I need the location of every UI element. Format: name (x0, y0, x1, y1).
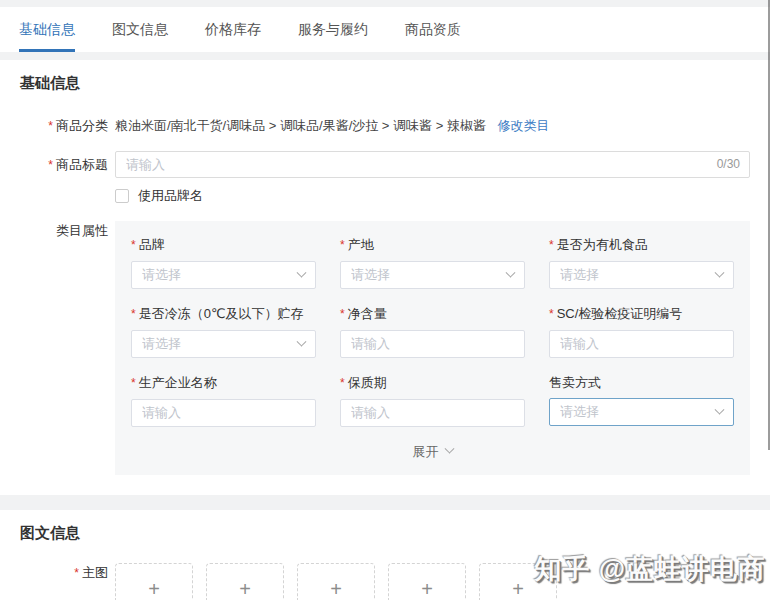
plus-icon: + (512, 579, 524, 599)
chevron-down-icon (506, 267, 516, 277)
product-title-row: *商品标题 0/30 (20, 151, 750, 178)
char-counter: 0/30 (717, 157, 740, 171)
field-net-content: *净含量 请输入 (340, 306, 525, 358)
field-sc-certificate: *SC/检验检疫证明编号 请输入 (549, 306, 734, 358)
shelf-life-input[interactable]: 请输入 (340, 399, 525, 427)
tab-basic-info[interactable]: 基础信息 (19, 7, 75, 52)
required-mark: * (131, 307, 136, 321)
category-attributes-panel: *品牌 请选择 *产地 请选择 *是否为有机食品 (115, 221, 750, 475)
product-title-input[interactable] (115, 151, 750, 178)
upload-aux-image-button[interactable]: + 上传辅助图 (297, 563, 375, 600)
chevron-down-icon (297, 336, 307, 346)
required-mark: * (48, 158, 53, 172)
category-row: *商品分类 粮油米面/南北干货/调味品 > 调味品/果酱/沙拉 > 调味酱 > … (20, 115, 750, 135)
use-brand-name-label[interactable]: 使用品牌名 (138, 187, 203, 205)
field-sale-method: *售卖方式 请选择 (549, 375, 734, 427)
upload-box-group: + *上传主图 + 上传辅助图 + 上传辅助图 + 上传辅助图 + 上传辅助图 (115, 563, 557, 600)
plus-icon: + (148, 579, 160, 599)
upload-aux-image-button[interactable]: + 上传辅助图 (206, 563, 284, 600)
field-shelf-life: *保质期 请输入 (340, 375, 525, 427)
chevron-down-icon (715, 267, 725, 277)
required-mark: * (549, 238, 554, 252)
tab-image-text-info[interactable]: 图文信息 (112, 7, 168, 52)
edit-category-link[interactable]: 修改类目 (498, 118, 550, 133)
field-brand: *品牌 请选择 (131, 237, 316, 289)
media-section-title: 图文信息 (20, 524, 750, 543)
main-image-row: *主图 + *上传主图 + 上传辅助图 + 上传辅助图 + 上传辅助图 + 上传… (20, 563, 750, 600)
frozen-storage-select[interactable]: 请选择 (131, 330, 316, 358)
image-text-card: 图文信息 *主图 + *上传主图 + 上传辅助图 + 上传辅助图 + 上传辅助图 (0, 510, 770, 600)
required-mark: * (549, 307, 554, 321)
required-mark: * (131, 376, 136, 390)
required-mark: * (340, 307, 345, 321)
basic-section-title: 基础信息 (20, 74, 750, 93)
expand-toggle[interactable]: 展开 (131, 443, 734, 461)
main-image-label: *主图 (20, 563, 108, 581)
brand-checkbox-row: 使用品牌名 (115, 187, 750, 205)
category-attributes-row: 类目属性 *品牌 请选择 *产地 请选择 (20, 221, 750, 475)
sale-method-select[interactable]: 请选择 (549, 398, 734, 426)
organic-food-select[interactable]: 请选择 (549, 261, 734, 289)
upload-aux-image-button[interactable]: + 上传辅助图 (388, 563, 466, 600)
sc-certificate-input[interactable]: 请输入 (549, 330, 734, 358)
chevron-down-icon (297, 267, 307, 277)
plus-icon: + (330, 579, 342, 599)
required-mark: * (74, 566, 79, 580)
field-organic: *是否为有机食品 请选择 (549, 237, 734, 289)
tab-service-fulfillment[interactable]: 服务与履约 (298, 7, 368, 52)
tab-bar: 基础信息 图文信息 价格库存 服务与履约 商品资质 (0, 7, 770, 52)
category-label: *商品分类 (20, 116, 108, 134)
category-breadcrumb: 粮油米面/南北干货/调味品 > 调味品/果酱/沙拉 > 调味酱 > 辣椒酱 修改… (115, 115, 550, 135)
category-attributes-label: 类目属性 (20, 221, 108, 239)
required-mark: * (340, 376, 345, 390)
field-origin: *产地 请选择 (340, 237, 525, 289)
manufacturer-input[interactable]: 请输入 (131, 399, 316, 427)
required-mark: * (131, 238, 136, 252)
product-title-label: *商品标题 (20, 151, 108, 173)
basic-info-card: 基础信息 *商品分类 粮油米面/南北干货/调味品 > 调味品/果酱/沙拉 > 调… (0, 60, 770, 495)
plus-icon: + (421, 579, 433, 599)
origin-select[interactable]: 请选择 (340, 261, 525, 289)
plus-icon: + (239, 579, 251, 599)
required-mark: * (340, 238, 345, 252)
use-brand-name-checkbox[interactable] (115, 189, 129, 203)
tab-price-stock[interactable]: 价格库存 (205, 7, 261, 52)
field-manufacturer: *生产企业名称 请输入 (131, 375, 316, 427)
required-mark: * (48, 119, 53, 133)
net-content-input[interactable]: 请输入 (340, 330, 525, 358)
chevron-down-icon (444, 443, 454, 453)
tab-product-qualification[interactable]: 商品资质 (405, 7, 461, 52)
upload-aux-image-button[interactable]: + 上传辅助图 (479, 563, 557, 600)
brand-select[interactable]: 请选择 (131, 261, 316, 289)
chevron-down-icon (715, 404, 725, 414)
upload-main-image-button[interactable]: + *上传主图 (115, 563, 193, 600)
field-frozen-storage: *是否冷冻（0℃及以下）贮存 请选择 (131, 306, 316, 358)
